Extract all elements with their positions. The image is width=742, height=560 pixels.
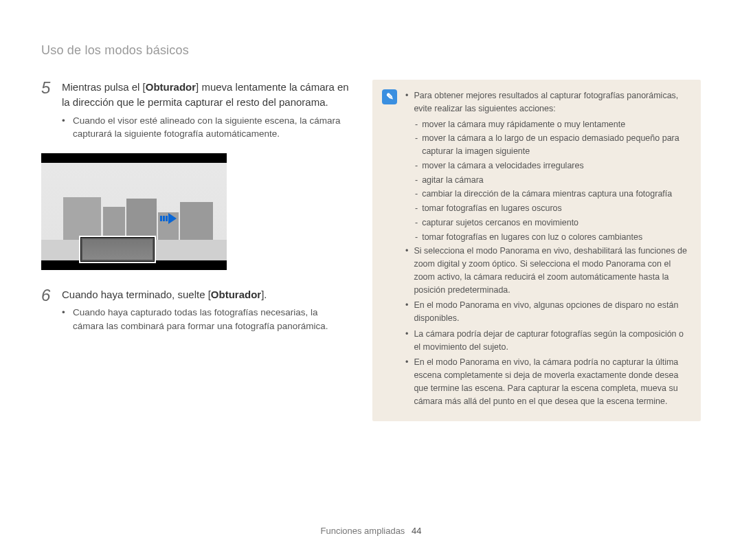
- right-column: ✎ • Para obtener mejores resultados al c…: [372, 80, 701, 421]
- building-shape: [126, 199, 157, 240]
- tips-dash: -tomar fotografías en lugares oscuros: [415, 202, 688, 215]
- tips-bullet: •La cámara podría dejar de capturar foto…: [405, 328, 688, 354]
- step-text-pre: Mientras pulsa el [: [62, 81, 146, 93]
- step-text-bold: Obturador: [211, 289, 261, 300]
- step-body: Cuando haya terminado, suelte [Obturador…: [62, 287, 350, 333]
- bullet-text: En el modo Panorama en vivo, la cámara p…: [414, 356, 688, 407]
- step-text-bold: Obturador: [146, 81, 196, 93]
- dash-text: mover la cámara a lo largo de un espacio…: [422, 132, 688, 158]
- bullet-dot: •: [405, 328, 408, 354]
- bullet-dot: •: [405, 299, 408, 325]
- step-5: 5 Mientras pulsa el [Obturador] mueva le…: [41, 80, 350, 141]
- step-sub-bullet: • Cuando haya capturado todas las fotogr…: [62, 306, 350, 333]
- note-icon: ✎: [382, 89, 397, 104]
- bullet-text: La cámara podría dejar de capturar fotog…: [414, 328, 688, 354]
- tips-bullet: •En el modo Panorama en vivo, la cámara …: [405, 356, 688, 407]
- dash: -: [415, 132, 418, 158]
- dash-text: cambiar la dirección de la cámara mientr…: [422, 188, 672, 201]
- tips-dash: -mover la cámara a lo largo de un espaci…: [415, 132, 688, 158]
- content-columns: 5 Mientras pulsa el [Obturador] mueva le…: [41, 80, 701, 421]
- dash: -: [415, 188, 418, 201]
- left-column: 5 Mientras pulsa el [Obturador] mueva le…: [41, 80, 350, 346]
- breadcrumb: Uso de los modos básicos: [41, 41, 701, 59]
- building-shape: [103, 207, 125, 240]
- tips-bullet: •Si selecciona el modo Panorama en vivo,…: [405, 245, 688, 296]
- bullet-dot: •: [405, 245, 408, 296]
- dash-text: agitar la cámara: [422, 174, 484, 187]
- bullet-dot: •: [405, 89, 408, 115]
- step-title: Cuando haya terminado, suelte [Obturador…: [62, 287, 350, 302]
- manual-page: Uso de los modos básicos 5 Mientras puls…: [0, 0, 742, 560]
- sky-area: [41, 163, 227, 240]
- svg-rect-0: [160, 216, 162, 221]
- step-number: 6: [41, 287, 55, 333]
- tips-bullet: •En el modo Panorama en vivo, algunas op…: [405, 299, 688, 325]
- step-title: Mientras pulsa el [Obturador] mueva lent…: [62, 80, 350, 110]
- building-shape: [180, 202, 213, 240]
- tips-bullet: • Para obtener mejores resultados al cap…: [405, 89, 688, 115]
- step-6: 6 Cuando haya terminado, suelte [Obturad…: [41, 287, 350, 333]
- step-sub-text: Cuando haya capturado todas las fotograf…: [73, 306, 350, 333]
- dash-text: tomar fotografías en lugares oscuros: [422, 202, 562, 215]
- tips-box: ✎ • Para obtener mejores resultados al c…: [372, 80, 701, 421]
- building-shape: [63, 197, 101, 240]
- svg-marker-3: [168, 213, 177, 224]
- tips-dash: -mover la cámara muy rápidamente o muy l…: [415, 118, 688, 131]
- bullet-dot: •: [62, 114, 67, 141]
- panorama-preview-figure: [41, 153, 227, 270]
- svg-rect-2: [166, 216, 168, 221]
- step-sub-bullet: • Cuando el visor esté alineado con la s…: [62, 114, 350, 141]
- dash: -: [415, 216, 418, 229]
- dash: -: [415, 202, 418, 215]
- dash-text: mover la cámara a velocidades irregulare…: [422, 159, 584, 172]
- dash: -: [415, 118, 418, 131]
- bullet-text: Si selecciona el modo Panorama en vivo, …: [414, 245, 688, 296]
- footer-section: Funciones ampliadas: [321, 526, 405, 536]
- tips-content: • Para obtener mejores resultados al cap…: [405, 89, 688, 410]
- tips-intro-text: Para obtener mejores resultados al captu…: [414, 89, 688, 115]
- step-sub-text: Cuando el visor esté alineado con la sig…: [73, 114, 350, 141]
- tips-dash: -capturar sujetos cercanos en movimiento: [415, 216, 688, 229]
- step-number: 5: [41, 80, 55, 141]
- bullet-dot: •: [405, 356, 408, 407]
- captured-segment-frame: [79, 236, 156, 263]
- dash-text: capturar sujetos cercanos en movimiento: [422, 216, 578, 229]
- step-body: Mientras pulsa el [Obturador] mueva lent…: [62, 80, 350, 141]
- tips-dash: -tomar fotografías en lugares con luz o …: [415, 231, 688, 244]
- svg-rect-1: [163, 216, 165, 221]
- bullet-dot: •: [62, 306, 67, 333]
- tips-dash: -agitar la cámara: [415, 174, 688, 187]
- dash: -: [415, 174, 418, 187]
- dash: -: [415, 159, 418, 172]
- step-text-pre: Cuando haya terminado, suelte [: [62, 289, 211, 300]
- step-text-post: ].: [261, 289, 267, 300]
- direction-arrow-icon: [160, 212, 177, 225]
- dash: -: [415, 231, 418, 244]
- page-footer: Funciones ampliadas 44: [0, 525, 742, 538]
- dash-text: tomar fotografías en lugares con luz o c…: [422, 231, 642, 244]
- bullet-text: En el modo Panorama en vivo, algunas opc…: [414, 299, 688, 325]
- page-number: 44: [412, 526, 421, 536]
- tips-dash: -cambiar la dirección de la cámara mient…: [415, 188, 688, 201]
- tips-dash: -mover la cámara a velocidades irregular…: [415, 159, 688, 172]
- captured-segment-thumb: [82, 239, 153, 260]
- dash-text: mover la cámara muy rápidamente o muy le…: [422, 118, 625, 131]
